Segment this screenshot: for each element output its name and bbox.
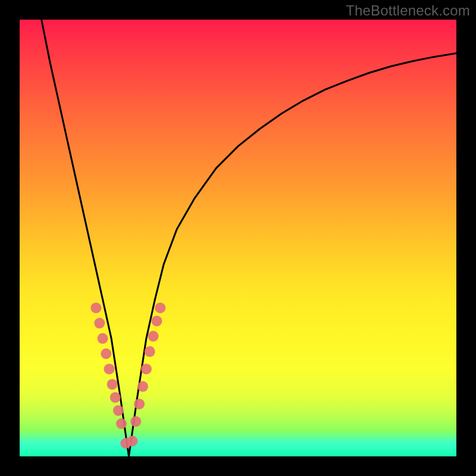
sample-points-group bbox=[90, 302, 165, 449]
sample-point bbox=[148, 331, 159, 342]
sample-point bbox=[127, 436, 137, 446]
sample-point bbox=[101, 349, 111, 359]
sample-point bbox=[110, 392, 121, 403]
sample-point bbox=[107, 379, 118, 390]
sample-point bbox=[104, 364, 115, 374]
chart-frame: TheBottleneck.com bbox=[0, 0, 476, 476]
sample-point bbox=[116, 418, 127, 429]
sample-point bbox=[145, 346, 155, 357]
plot-area bbox=[20, 20, 456, 456]
sample-point bbox=[155, 302, 165, 313]
sample-point bbox=[130, 416, 141, 427]
sample-point bbox=[90, 302, 101, 313]
sample-point bbox=[137, 381, 148, 392]
sample-point bbox=[134, 399, 145, 409]
bottleneck-curve-line bbox=[42, 20, 456, 456]
sample-point bbox=[113, 405, 124, 416]
watermark-text: TheBottleneck.com bbox=[346, 2, 470, 19]
chart-svg bbox=[20, 20, 456, 456]
sample-point bbox=[141, 364, 152, 374]
sample-point bbox=[98, 333, 108, 344]
sample-point bbox=[94, 318, 105, 328]
sample-point bbox=[152, 316, 162, 327]
